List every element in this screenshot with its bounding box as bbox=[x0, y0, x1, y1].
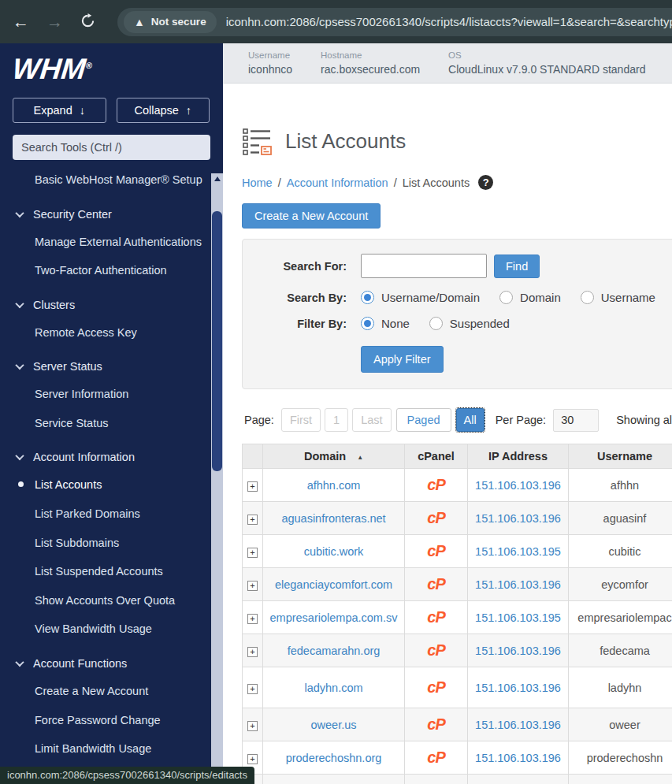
expand-row-icon[interactable]: + bbox=[247, 614, 258, 624]
url-text[interactable]: iconhn.com:2086/cpsess7002661340/scripts… bbox=[226, 15, 672, 28]
domain-link[interactable]: cubitic.work bbox=[304, 545, 364, 558]
paged-button[interactable]: Paged bbox=[396, 408, 451, 432]
collapse-button[interactable]: Collapse ↑ bbox=[117, 98, 210, 123]
page-button-first[interactable]: First bbox=[281, 408, 321, 432]
ip-link[interactable]: 151.106.103.196 bbox=[475, 479, 561, 492]
back-icon[interactable]: ← bbox=[13, 13, 29, 30]
expand-row-icon[interactable]: + bbox=[247, 548, 258, 558]
domain-link[interactable]: oweer.us bbox=[310, 719, 356, 731]
breadcrumb-link-account-information[interactable]: Account Information bbox=[287, 176, 388, 189]
sidebar-section-clusters[interactable]: Clusters bbox=[0, 285, 210, 318]
sidebar-item-remote-access-key[interactable]: Remote Access Key bbox=[0, 318, 210, 347]
domain-link[interactable]: proderechoshn.org bbox=[286, 752, 382, 764]
sidebar-item-list-parked-domains[interactable]: List Parked Domains bbox=[0, 500, 210, 529]
sidebar-item-create-a-new-account[interactable]: Create a New Account bbox=[0, 677, 210, 706]
page-button-1[interactable]: 1 bbox=[325, 408, 348, 432]
ip-link[interactable]: 151.106.103.196 bbox=[475, 752, 561, 764]
help-icon[interactable]: ? bbox=[478, 175, 493, 190]
sidebar-item-server-information[interactable]: Server Information bbox=[0, 380, 210, 409]
cpanel-cell: cP bbox=[405, 568, 468, 601]
cpanel-logo-icon[interactable]: cP bbox=[427, 678, 444, 696]
expand-row-icon[interactable]: + bbox=[247, 684, 258, 694]
ip-link[interactable]: 151.106.103.196 bbox=[475, 645, 561, 657]
ip-link[interactable]: 151.106.103.196 bbox=[475, 682, 561, 694]
expand-cell: + bbox=[243, 634, 263, 667]
domain-link[interactable]: empresariolempa.com.sv bbox=[270, 611, 398, 624]
scroll-up-icon[interactable] bbox=[211, 173, 223, 184]
cpanel-logo-icon[interactable]: cP bbox=[427, 715, 444, 733]
page-button-last[interactable]: Last bbox=[352, 408, 391, 432]
filter-by-option-none[interactable]: None bbox=[361, 317, 410, 330]
radio-selected-icon[interactable] bbox=[361, 317, 374, 330]
domain-link[interactable]: fedecamarahn.org bbox=[288, 645, 381, 657]
expand-button[interactable]: Expand ↓ bbox=[13, 98, 106, 123]
column-header-username[interactable]: Username bbox=[569, 444, 672, 469]
create-account-button[interactable]: Create a New Account bbox=[242, 203, 381, 229]
sidebar-item-basic-webhost-manager-setup[interactable]: Basic WebHost Manager® Setup bbox=[0, 173, 210, 195]
sidebar-section-server-status[interactable]: Server Status bbox=[0, 347, 210, 380]
cpanel-logo-icon[interactable]: cP bbox=[427, 749, 444, 766]
ip-link[interactable]: 151.106.103.196 bbox=[475, 578, 561, 591]
sidebar-item-force-password-change[interactable]: Force Password Change bbox=[0, 706, 210, 735]
expand-row-icon[interactable]: + bbox=[247, 515, 258, 525]
expand-row-icon[interactable]: + bbox=[247, 481, 258, 492]
find-button[interactable]: Find bbox=[494, 255, 540, 278]
cpanel-logo-icon[interactable]: cP bbox=[427, 476, 444, 493]
search-by-option-username[interactable]: Username bbox=[581, 291, 655, 304]
sidebar-item-two-factor-authentication[interactable]: Two-Factor Authentication bbox=[0, 256, 210, 285]
search-by-option-username-domain[interactable]: Username/Domain bbox=[361, 291, 480, 304]
filter-by-option-suspended[interactable]: Suspended bbox=[429, 317, 510, 330]
sidebar-item-label: List Subdomains bbox=[35, 537, 119, 549]
breadcrumb-link-home[interactable]: Home bbox=[242, 176, 273, 189]
search-tools-input[interactable] bbox=[13, 135, 210, 160]
ip-link[interactable]: 151.106.103.196 bbox=[475, 512, 561, 525]
apply-filter-button[interactable]: Apply Filter bbox=[361, 346, 444, 373]
ip-link[interactable]: 151.106.103.196 bbox=[475, 719, 561, 731]
radio-unselected-icon[interactable] bbox=[429, 317, 443, 330]
all-button[interactable]: All bbox=[456, 408, 485, 432]
column-header-domain[interactable]: Domain▲ bbox=[263, 444, 405, 469]
cpanel-logo-icon[interactable]: cP bbox=[427, 542, 444, 559]
sidebar-item-limit-bandwidth-usage[interactable]: Limit Bandwidth Usage bbox=[0, 734, 210, 764]
column-header-ip[interactable]: IP Address bbox=[468, 444, 569, 469]
cpanel-logo-icon[interactable]: cP bbox=[427, 608, 444, 626]
ip-link[interactable]: 151.106.103.195 bbox=[475, 611, 561, 624]
search-input[interactable] bbox=[361, 254, 487, 278]
radio-unselected-icon[interactable] bbox=[499, 291, 513, 304]
expand-row-icon[interactable]: + bbox=[247, 754, 258, 764]
not-secure-badge[interactable]: ▲︎ Not secure bbox=[124, 11, 217, 33]
address-bar[interactable]: ▲︎ Not secure iconhn.com:2086/cpsess7002… bbox=[117, 8, 672, 36]
sidebar-section-account-functions[interactable]: Account Functions bbox=[0, 644, 210, 677]
expand-row-icon[interactable]: + bbox=[247, 647, 258, 657]
sidebar-scrollbar[interactable] bbox=[211, 173, 223, 784]
expand-row-icon[interactable]: + bbox=[247, 721, 258, 731]
sidebar-item-show-accounts-over-quota[interactable]: Show Accounts Over Quota bbox=[0, 586, 210, 615]
sidebar-item-view-bandwidth-usage[interactable]: View Bandwidth Usage bbox=[0, 615, 210, 644]
ip-cell: 151.106.103.196 bbox=[468, 634, 569, 667]
sidebar-item-service-status[interactable]: Service Status bbox=[0, 409, 210, 438]
reload-icon[interactable] bbox=[80, 13, 95, 31]
sidebar-item-manage-external-authentications[interactable]: Manage External Authentications bbox=[0, 228, 210, 257]
scrollbar-thumb[interactable] bbox=[212, 211, 222, 471]
search-by-option-domain[interactable]: Domain bbox=[499, 291, 561, 304]
column-header-cpanel[interactable]: cPanel bbox=[405, 444, 468, 469]
whm-logo[interactable]: WHM® bbox=[11, 53, 94, 86]
sidebar-section-security-center[interactable]: Security Center bbox=[0, 195, 210, 228]
domain-link[interactable]: ladyhn.com bbox=[304, 682, 362, 694]
sidebar-section-account-information[interactable]: Account Information bbox=[0, 437, 210, 470]
per-page-input[interactable] bbox=[553, 409, 599, 432]
domain-link[interactable]: aguasinfronteras.net bbox=[281, 512, 385, 525]
sidebar-item-list-suspended-accounts[interactable]: List Suspended Accounts bbox=[0, 557, 210, 586]
domain-link[interactable]: afhhn.com bbox=[307, 479, 361, 492]
expand-row-icon[interactable]: + bbox=[247, 581, 258, 591]
radio-unselected-icon[interactable] bbox=[581, 291, 594, 304]
ip-link[interactable]: 151.106.103.195 bbox=[475, 545, 561, 558]
domain-link[interactable]: eleganciaycomfort.com bbox=[275, 578, 392, 591]
cpanel-logo-icon[interactable]: cP bbox=[427, 509, 444, 526]
sidebar-item-list-accounts[interactable]: List Accounts bbox=[0, 470, 210, 500]
sidebar-item-list-subdomains[interactable]: List Subdomains bbox=[0, 529, 210, 558]
cpanel-logo-icon[interactable]: cP bbox=[427, 575, 444, 593]
forward-icon[interactable]: → bbox=[46, 13, 63, 30]
cpanel-logo-icon[interactable]: cP bbox=[427, 641, 444, 659]
radio-selected-icon[interactable] bbox=[361, 291, 374, 304]
